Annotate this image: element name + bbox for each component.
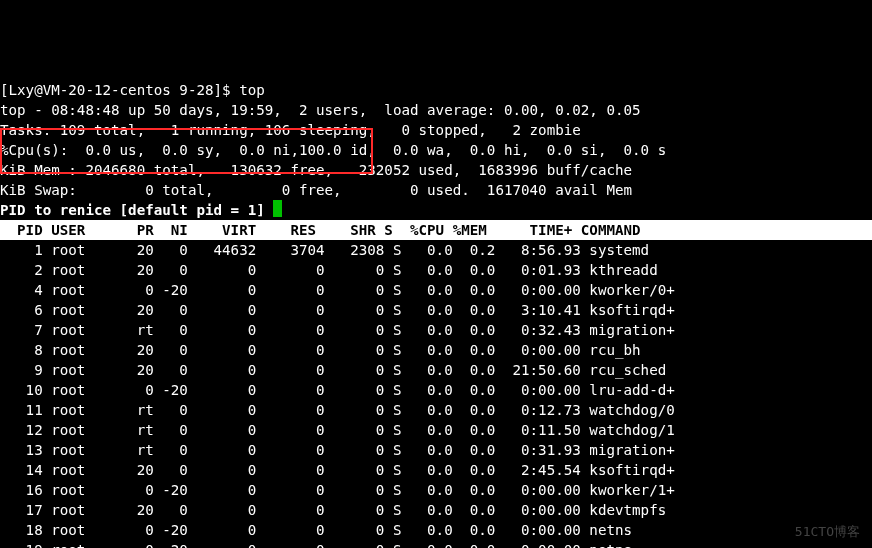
renice-prompt-text: PID to renice [default pid = 1] — [0, 202, 273, 218]
text-cursor — [273, 200, 282, 217]
renice-prompt[interactable]: PID to renice [default pid = 1] — [0, 202, 282, 218]
summary-line-swap: KiB Swap: 0 total, 0 free, 0 used. 16170… — [0, 182, 632, 198]
summary-line-uptime: top - 08:48:48 up 50 days, 19:59, 2 user… — [0, 102, 641, 118]
terminal[interactable]: [Lxy@VM-20-12-centos 9-28]$ top top - 08… — [0, 80, 872, 548]
summary-line-cpu: %Cpu(s): 0.0 us, 0.0 sy, 0.0 ni,100.0 id… — [0, 142, 666, 158]
summary-line-mem: KiB Mem : 2046680 total, 130632 free, 23… — [0, 162, 632, 178]
watermark: 51CTO博客 — [795, 522, 860, 542]
summary-line-tasks: Tasks: 109 total, 1 running, 106 sleepin… — [0, 122, 581, 138]
shell-prompt-line: [Lxy@VM-20-12-centos 9-28]$ top — [0, 82, 265, 98]
process-table: 1 root 20 0 44632 3704 2308 S 0.0 0.2 8:… — [0, 240, 872, 548]
column-header-row: PID USER PR NI VIRT RES SHR S %CPU %MEM … — [0, 220, 872, 240]
